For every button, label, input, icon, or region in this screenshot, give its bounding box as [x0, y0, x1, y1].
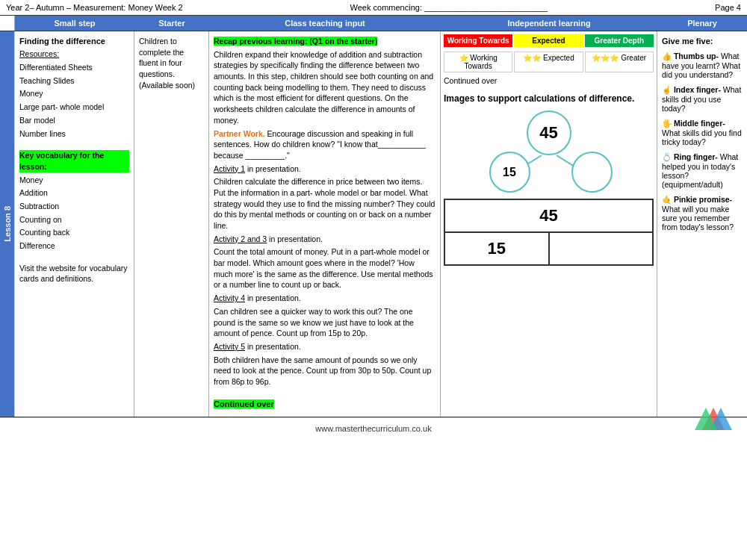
col-header-plenary: Plenary: [657, 16, 747, 31]
continued-highlight: Continued over: [214, 399, 274, 408]
footer-website: www.masterthecurriculum.co.uk: [315, 424, 431, 433]
lesson-sidebar: Lesson 8: [0, 31, 15, 417]
ind-continued: Continued over: [444, 75, 654, 87]
resource-numberlines: Number lines: [19, 128, 129, 140]
header-working-towards: Working Towards: [444, 34, 512, 47]
index-emoji: ☝: [662, 85, 672, 94]
plenary-item-pinkie: 🤙 Pinkie promise- What will you make sur…: [662, 195, 743, 231]
plenary-item-ring: 💍 Ring finger- What helped you in today'…: [662, 152, 743, 189]
page-header: Year 2– Autumn – Measurement: Money Week…: [0, 0, 747, 16]
bar-bottom-right-value: [550, 233, 653, 264]
recap-label: Recap previous learning: (Q1 on the star…: [214, 36, 436, 47]
page-wrapper: Year 2– Autumn – Measurement: Money Week…: [0, 0, 747, 439]
small-step-title: Finding the difference: [19, 36, 129, 47]
bar-top-value: 45: [445, 200, 652, 233]
circle-bottom-right: [571, 152, 613, 193]
recap-highlight: Recap previous learning: (Q1 on the star…: [214, 37, 377, 46]
stars-row: ⭐ Working Towards ⭐⭐ Expected ⭐⭐⭐ Greate…: [444, 52, 654, 72]
activity1: Activity 1 in presentation.: [214, 164, 436, 175]
plenary-item-index: ☝ Index finger- What skills did you use …: [662, 85, 743, 113]
resource-money: Money: [19, 88, 129, 99]
bar-bottom-row: 15: [445, 233, 652, 264]
vocab-label: Key vocabulary for the lesson:: [19, 150, 129, 172]
circle-bottom-left: 15: [489, 152, 530, 193]
pinkie-emoji: 🤙: [662, 195, 672, 204]
images-section: Images to support calculations of differ…: [444, 93, 654, 267]
ind-headers: Working Towards Expected Greater Depth: [444, 34, 654, 47]
header-greater-depth: Greater Depth: [585, 34, 654, 47]
visit-text: Visit the website for vocabulary cards a…: [19, 263, 129, 284]
teaching-para1: Children expand their knowledge of addit…: [214, 49, 436, 126]
vocab-addition: Addition: [19, 187, 129, 199]
part-whole-model: 45 15: [467, 111, 631, 193]
starter-cell: Children to complete the fluent in four …: [134, 31, 209, 417]
header-title: Year 2– Autumn – Measurement: Money Week…: [6, 3, 183, 12]
resource-slides: Teaching Slides: [19, 75, 129, 87]
stars-greater: ⭐⭐⭐ Greater: [585, 52, 654, 72]
stars-expected: ⭐⭐ Expected: [514, 52, 583, 72]
thumbs-emoji: 👍: [662, 52, 672, 60]
resources-label: Resources:: [19, 49, 129, 60]
teaching-cell: Recap previous learning: (Q1 on the star…: [209, 31, 441, 417]
header-page: Page 4: [715, 3, 741, 12]
vocab-countingback: Counting back: [19, 227, 129, 238]
vocab-subtraction: Subtraction: [19, 201, 129, 212]
activity23: Activity 2 and 3 in presentation.: [214, 234, 436, 245]
col-header-starter: Starter: [134, 16, 209, 31]
ring-emoji: 💍: [662, 152, 672, 161]
activity1-detail: Children calculate the difference in pri…: [214, 176, 436, 231]
resource-sheets: Differentiated Sheets: [19, 62, 129, 73]
stars-working: ⭐ Working Towards: [444, 52, 512, 72]
small-step-cell: Finding the difference Resources: Differ…: [15, 31, 134, 417]
column-headers: Small step Starter Class teaching input …: [0, 16, 747, 31]
images-title: Images to support calculations of differ…: [444, 93, 654, 105]
lesson-label: Lesson 8: [3, 206, 12, 242]
resource-barmodel: Bar model: [19, 115, 129, 126]
bar-bottom-left-value: 15: [445, 233, 550, 264]
vocab-money: Money: [19, 175, 129, 186]
partner-label: Partner Work. Encourage discussion and s…: [214, 128, 436, 161]
bar-model: 45 15: [444, 199, 654, 266]
plenary-title: Give me five:: [662, 36, 743, 47]
col-header-independent: Independent learning: [441, 16, 657, 31]
activity5: Activity 5 in presentation.: [214, 341, 436, 352]
activity4: Activity 4 in presentation.: [214, 293, 436, 304]
logo-svg: [695, 404, 732, 434]
resource-partwholemodel: Large part- whole model: [19, 102, 129, 113]
plenary-item-thumbs: 👍 Thumbs up- What have you learnt? What …: [662, 52, 743, 79]
continued-label: Continued over: [214, 399, 436, 410]
starter-text: Children to complete the fluent in four …: [139, 36, 204, 90]
page-footer: www.masterthecurriculum.co.uk: [0, 417, 747, 439]
header-week: Week commencing: _______________________…: [350, 3, 548, 12]
header-expected: Expected: [514, 34, 583, 47]
plenary-item-middle: 🖐 Middle finger- What skills did you fin…: [662, 119, 743, 146]
activity23-detail: Count the total amount of money. Put in …: [214, 246, 436, 290]
vocab-difference: Difference: [19, 240, 129, 252]
footer-logo: [695, 404, 732, 435]
independent-cell: Working Towards Expected Greater Depth ⭐…: [441, 31, 657, 417]
middle-emoji: 🖐: [662, 119, 672, 128]
activity5-detail: Both children have the same amount of po…: [214, 355, 436, 388]
col-header-small-step: Small step: [15, 16, 134, 31]
vocab-countingon: Counting on: [19, 214, 129, 225]
activity4-detail: Can children see a quicker way to work t…: [214, 306, 436, 339]
col-header-teaching: Class teaching input: [209, 16, 441, 31]
plenary-cell: Give me five: 👍 Thumbs up- What have you…: [657, 31, 747, 417]
main-content-row: Lesson 8 Finding the difference Resource…: [0, 31, 747, 417]
